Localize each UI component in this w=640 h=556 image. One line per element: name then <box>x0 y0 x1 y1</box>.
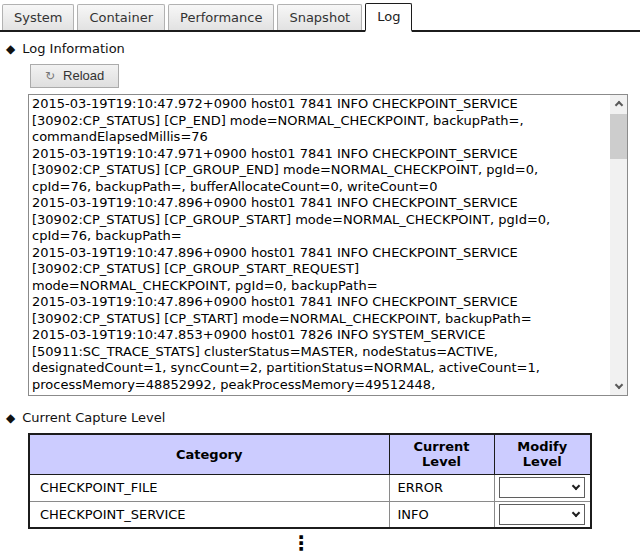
scrollbar-up-button[interactable] <box>610 95 627 112</box>
tab-system[interactable]: System <box>2 4 74 30</box>
column-header-current-level: Current Level <box>389 434 494 474</box>
reload-button-label: Reload <box>63 68 104 83</box>
capture-level-table: Category Current Level Modify Level CHEC… <box>28 433 592 529</box>
chevron-up-icon <box>614 101 622 109</box>
current-level-cell: INFO <box>389 501 494 528</box>
select-dropdown-icon <box>572 509 580 517</box>
diamond-icon: ◆ <box>6 412 15 424</box>
category-cell: CHECKPOINT_SERVICE <box>29 501 389 528</box>
log-scrollbar[interactable] <box>610 95 627 395</box>
scrollbar-down-button[interactable] <box>610 378 627 395</box>
capture-table-body: CHECKPOINT_FILEERRORCHECKPOINT_SERVICEIN… <box>29 474 591 528</box>
capture-section-heading: ◆ Current Capture Level <box>6 410 640 425</box>
scrollbar-thumb[interactable] <box>610 114 627 159</box>
modify-level-select[interactable] <box>499 504 585 525</box>
tab-container[interactable]: Container <box>77 4 165 30</box>
log-text: 2015-03-19T19:10:47.972+0900 host01 7841… <box>32 96 608 396</box>
tab-snapshot[interactable]: Snapshot <box>277 4 362 30</box>
diamond-icon: ◆ <box>6 43 15 55</box>
more-rows-ellipsis: ⋮ <box>291 534 640 552</box>
tab-log[interactable]: Log <box>365 3 412 32</box>
log-textarea[interactable]: 2015-03-19T19:10:47.972+0900 host01 7841… <box>28 94 628 396</box>
table-row: CHECKPOINT_FILEERROR <box>29 474 591 501</box>
reload-icon: ↻ <box>45 70 55 82</box>
table-header-row: Category Current Level Modify Level <box>29 434 591 474</box>
chevron-down-icon <box>614 381 622 389</box>
select-dropdown-icon <box>572 482 580 490</box>
column-header-category: Category <box>29 434 389 474</box>
log-section-title: Log Information <box>22 41 125 56</box>
modify-level-cell <box>494 501 591 528</box>
column-header-modify-level: Modify Level <box>494 434 591 474</box>
tab-bar: SystemContainerPerformanceSnapshotLog <box>0 0 640 32</box>
table-row: CHECKPOINT_SERVICEINFO <box>29 501 591 528</box>
modify-level-select[interactable] <box>499 477 585 498</box>
log-section-heading: ◆ Log Information <box>6 41 640 56</box>
tab-performance[interactable]: Performance <box>168 4 274 30</box>
reload-button[interactable]: ↻ Reload <box>30 64 119 88</box>
capture-section-title: Current Capture Level <box>22 410 165 425</box>
category-cell: CHECKPOINT_FILE <box>29 474 389 501</box>
current-level-cell: ERROR <box>389 474 494 501</box>
modify-level-cell <box>494 474 591 501</box>
